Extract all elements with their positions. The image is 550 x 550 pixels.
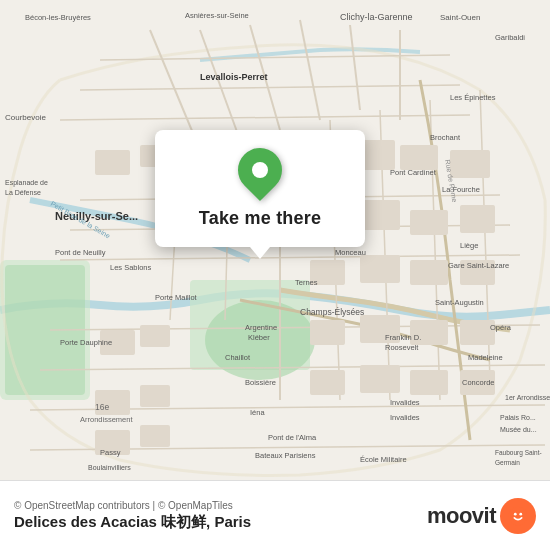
svg-text:Passy: Passy [100, 448, 121, 457]
svg-text:Boulainvilliers: Boulainvilliers [88, 464, 131, 471]
bottom-bar: © OpenStreetMap contributors | © OpenMap… [0, 480, 550, 550]
map-attribution: © OpenStreetMap contributors | © OpenMap… [14, 500, 251, 511]
svg-text:Palais Ro...: Palais Ro... [500, 414, 536, 421]
svg-rect-55 [140, 425, 170, 447]
svg-rect-48 [410, 370, 448, 395]
svg-point-107 [514, 512, 517, 515]
svg-text:Gare Saint-Lazare: Gare Saint-Lazare [448, 261, 509, 270]
take-me-there-button[interactable]: Take me there [191, 204, 329, 233]
moovit-logo: moovit [427, 498, 536, 534]
svg-text:Saint-Ouen: Saint-Ouen [440, 13, 480, 22]
svg-text:1er Arrondisse...: 1er Arrondisse... [505, 394, 550, 401]
svg-rect-46 [310, 370, 345, 395]
svg-text:Invalides: Invalides [390, 413, 420, 422]
svg-text:Chaillot: Chaillot [225, 353, 251, 362]
svg-text:Faubourg Saint-: Faubourg Saint- [495, 449, 542, 457]
svg-rect-40 [410, 260, 448, 285]
place-name: Delices des Acacias 味初鲜, Paris [14, 513, 251, 532]
svg-text:Courbevoie: Courbevoie [5, 113, 46, 122]
svg-text:Argentine: Argentine [245, 323, 277, 332]
svg-text:Clichy-la-Garenne: Clichy-la-Garenne [340, 12, 413, 22]
svg-text:Levallois-Perret: Levallois-Perret [200, 72, 268, 82]
svg-text:Boissière: Boissière [245, 378, 276, 387]
svg-text:La Fourche: La Fourche [442, 185, 480, 194]
svg-rect-32 [400, 145, 438, 170]
svg-text:Les Sablons: Les Sablons [110, 263, 152, 272]
svg-text:Invalides: Invalides [390, 398, 420, 407]
svg-rect-35 [360, 200, 400, 230]
svg-text:Pont Cardinet: Pont Cardinet [390, 168, 437, 177]
svg-text:Bécon-les-Bruyères: Bécon-les-Bruyères [25, 13, 91, 22]
svg-text:Opéra: Opéra [490, 323, 512, 332]
location-pin-icon [229, 139, 291, 201]
svg-text:Musée du...: Musée du... [500, 426, 537, 433]
svg-text:Asnières-sur-Seine: Asnières-sur-Seine [185, 11, 249, 20]
svg-text:Porte Maillot: Porte Maillot [155, 293, 198, 302]
svg-text:Madeleine: Madeleine [468, 353, 503, 362]
svg-rect-51 [140, 325, 170, 347]
svg-text:Esplanade de: Esplanade de [5, 179, 48, 187]
svg-text:Garibaldi: Garibaldi [495, 33, 525, 42]
svg-rect-53 [140, 385, 170, 407]
popup-card: Take me there [155, 130, 365, 247]
svg-rect-33 [450, 150, 490, 178]
svg-text:Roosevelt: Roosevelt [385, 343, 419, 352]
svg-text:Ternes: Ternes [295, 278, 318, 287]
svg-text:Pont de l'Alma: Pont de l'Alma [268, 433, 317, 442]
svg-text:Pont de Neuilly: Pont de Neuilly [55, 248, 106, 257]
svg-rect-47 [360, 365, 400, 393]
moovit-logo-text: moovit [427, 503, 496, 529]
svg-text:Arrondissement: Arrondissement [80, 415, 133, 424]
svg-point-106 [509, 506, 527, 524]
svg-text:Brochant: Brochant [430, 133, 461, 142]
svg-text:Liège: Liège [460, 241, 478, 250]
map-container: Clichy-la-Garenne Bécon-les-Bruyères Asn… [0, 0, 550, 480]
svg-text:Bateaux Parisiens: Bateaux Parisiens [255, 451, 316, 460]
svg-text:Germain: Germain [495, 459, 520, 466]
svg-text:Franklin D.: Franklin D. [385, 333, 421, 342]
svg-text:Concorde: Concorde [462, 378, 495, 387]
svg-text:Champs-Élysées: Champs-Élysées [300, 307, 364, 317]
svg-point-108 [519, 512, 522, 515]
svg-text:Monceau: Monceau [335, 248, 366, 257]
svg-rect-36 [410, 210, 448, 235]
svg-rect-42 [310, 320, 345, 345]
svg-text:École Militaire: École Militaire [360, 455, 407, 464]
moovit-icon [500, 498, 536, 534]
svg-text:La Défense: La Défense [5, 189, 41, 196]
svg-text:Porte Dauphine: Porte Dauphine [60, 338, 112, 347]
svg-text:Iéna: Iéna [250, 408, 265, 417]
svg-rect-39 [360, 255, 400, 283]
svg-rect-37 [460, 205, 495, 233]
svg-rect-28 [95, 150, 130, 175]
svg-text:Kléber: Kléber [248, 333, 270, 342]
svg-text:Saint-Augustin: Saint-Augustin [435, 298, 484, 307]
bottom-info: © OpenStreetMap contributors | © OpenMap… [14, 500, 251, 532]
svg-text:Les Épinettes: Les Épinettes [450, 93, 496, 102]
svg-text:16e: 16e [95, 402, 109, 412]
